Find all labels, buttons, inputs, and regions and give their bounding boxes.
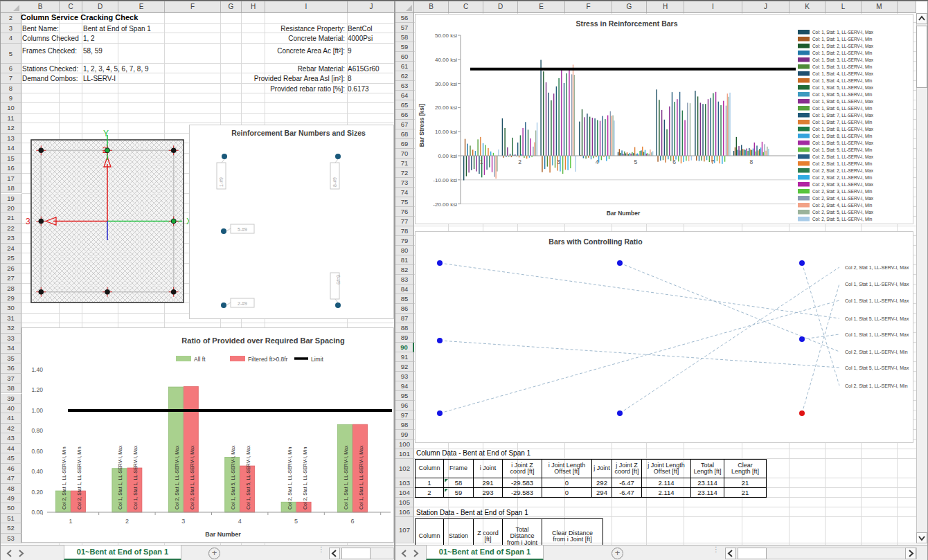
row-header-50[interactable]: 50 [1, 503, 21, 513]
column-header-I[interactable]: I [265, 1, 348, 13]
row-header-80[interactable]: 80 [395, 246, 414, 255]
column-header-G[interactable]: G [612, 1, 647, 13]
row-header-81[interactable]: 81 [395, 255, 414, 265]
row-header-98[interactable]: 98 [395, 420, 414, 430]
row-header-83[interactable]: 83 [395, 275, 414, 284]
row-header-93[interactable]: 93 [395, 372, 414, 381]
controlling-ratio-chart[interactable]: Col 2, Stat 1, LL-SERV-I, MaxCol 1, Stat… [415, 231, 913, 443]
row-header-75[interactable]: 75 [395, 197, 414, 207]
row-header-56[interactable]: 56 [395, 13, 414, 23]
row-header-14[interactable]: 14 [1, 143, 21, 153]
row-header-18[interactable]: 18 [1, 183, 21, 193]
column-header-B[interactable]: B [414, 1, 449, 13]
stress-chart[interactable]: 50.00 ksi40.00 ksi30.00 ksi20.00 ksi10.0… [415, 14, 913, 224]
row-header-36[interactable]: 36 [1, 363, 21, 373]
row-header-8[interactable]: 8 [1, 84, 21, 94]
tab-nav-right-icon[interactable] [16, 548, 26, 559]
row-header-104[interactable]: 104 [395, 488, 414, 498]
row-header-47[interactable]: 47 [1, 473, 21, 483]
row-header-29[interactable]: 29 [1, 293, 21, 303]
row-header-31[interactable]: 31 [1, 314, 21, 323]
row-header-12[interactable]: 12 [1, 123, 21, 133]
column-header-K[interactable]: K [789, 1, 826, 13]
row-header-87[interactable]: 87 [395, 314, 414, 323]
row-header-48[interactable]: 48 [1, 484, 21, 494]
row-header-90[interactable]: 90 [395, 343, 414, 352]
row-header-39[interactable]: 39 [1, 394, 21, 404]
sheet-tab-left[interactable]: 01~Bent at End of Span 1 [64, 545, 181, 560]
row-header-60[interactable]: 60 [395, 52, 414, 62]
row-header-102[interactable]: 102 [395, 459, 414, 478]
rebar-numbers-chart[interactable]: 1-#98-#95-#92-#96-#9 [189, 125, 394, 319]
row-header-52[interactable]: 52 [1, 523, 21, 533]
column-header-D[interactable]: D [82, 1, 118, 13]
row-header-37[interactable]: 37 [1, 374, 21, 383]
h-scrollbar-thumb[interactable] [738, 548, 767, 559]
row-header-17[interactable]: 17 [1, 174, 21, 183]
row-header-106[interactable]: 106 [395, 507, 414, 517]
row-header-59[interactable]: 59 [395, 42, 414, 52]
select-all-corner[interactable] [1, 1, 21, 13]
sheet-tab-right[interactable]: 01~Bent at End of Span 1 [426, 545, 544, 560]
row-header-91[interactable]: 91 [395, 352, 414, 362]
row-header-73[interactable]: 73 [395, 178, 414, 188]
row-header-46[interactable]: 46 [1, 464, 21, 473]
row-header-38[interactable]: 38 [1, 383, 21, 393]
row-header-6[interactable]: 6 [1, 64, 21, 74]
row-header-42[interactable]: 42 [1, 424, 21, 433]
row-header-101[interactable]: 101 [395, 449, 414, 459]
row-header-107[interactable]: 107 [395, 517, 414, 543]
row-header-67[interactable]: 67 [395, 120, 414, 129]
row-header-51[interactable]: 51 [1, 514, 21, 523]
column-section-diagram[interactable]: YX23 [26, 128, 195, 309]
row-header-45[interactable]: 45 [1, 453, 21, 463]
row-header-10[interactable]: 10 [1, 103, 21, 113]
row-header-34[interactable]: 34 [1, 343, 21, 353]
column-header-F[interactable]: F [565, 1, 612, 13]
column-header-D[interactable]: D [483, 1, 518, 13]
h-scrollbar-left-arrow[interactable] [725, 548, 736, 559]
row-header-33[interactable]: 33 [1, 334, 21, 343]
row-header-44[interactable]: 44 [1, 444, 21, 453]
row-header-74[interactable]: 74 [395, 188, 414, 197]
v-scrollbar-thumb[interactable] [916, 26, 927, 88]
column-header-C[interactable]: C [60, 1, 82, 13]
row-header-99[interactable]: 99 [395, 430, 414, 440]
row-header-24[interactable]: 24 [1, 244, 21, 253]
v-scrollbar-track[interactable] [916, 13, 927, 543]
column-header-H[interactable]: H [242, 1, 265, 13]
row-header-72[interactable]: 72 [395, 168, 414, 178]
new-sheet-button[interactable]: + [612, 548, 623, 559]
column-header-I[interactable]: I [684, 1, 742, 13]
row-header-86[interactable]: 86 [395, 304, 414, 314]
row-header-25[interactable]: 25 [1, 253, 21, 263]
column-header-F[interactable]: F [165, 1, 221, 13]
h-scrollbar-right-arrow[interactable] [905, 548, 916, 559]
row-header-43[interactable]: 43 [1, 433, 21, 443]
row-header-2[interactable]: 2 [1, 13, 21, 24]
row-header-84[interactable]: 84 [395, 284, 414, 294]
h-scrollbar-thumb[interactable] [341, 548, 371, 559]
row-header-19[interactable]: 19 [1, 194, 21, 204]
row-header-76[interactable]: 76 [395, 207, 414, 217]
row-header-27[interactable]: 27 [1, 273, 21, 283]
row-header-5[interactable]: 5 [1, 44, 21, 64]
row-header-13[interactable]: 13 [1, 134, 21, 143]
row-header-57[interactable]: 57 [395, 23, 414, 33]
ratio-bar-chart[interactable]: 0.000.200.400.600.801.001.201.40All ftFi… [21, 327, 394, 543]
row-header-66[interactable]: 66 [395, 110, 414, 120]
row-header-7[interactable]: 7 [1, 73, 21, 84]
row-header-9[interactable]: 9 [1, 93, 21, 103]
row-header-49[interactable]: 49 [1, 494, 21, 503]
row-header-68[interactable]: 68 [395, 129, 414, 139]
row-header-4[interactable]: 4 [1, 33, 21, 44]
row-header-92[interactable]: 92 [395, 362, 414, 372]
row-header-35[interactable]: 35 [1, 354, 21, 363]
row-header-103[interactable]: 103 [395, 478, 414, 488]
row-header-58[interactable]: 58 [395, 33, 414, 42]
tab-nav-right-icon[interactable] [411, 548, 421, 559]
column-header-L[interactable]: L [826, 1, 862, 13]
column-header-E[interactable]: E [518, 1, 565, 13]
new-sheet-button[interactable]: + [208, 548, 220, 559]
row-header-22[interactable]: 22 [1, 224, 21, 233]
